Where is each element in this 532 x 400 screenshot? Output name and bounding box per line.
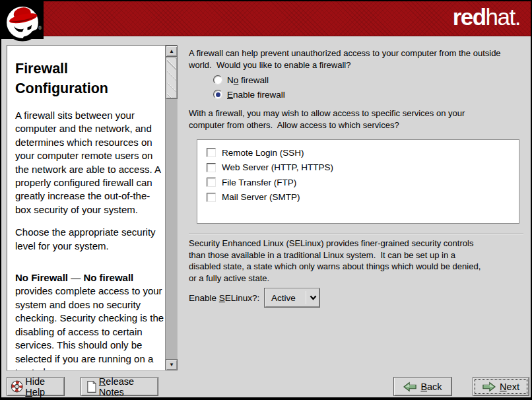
registered-trademark: ®	[38, 26, 42, 30]
selinux-dropdown[interactable]: Active	[264, 288, 320, 308]
enable-selinux-label: Enable SELinux?:	[189, 293, 259, 303]
chevron-down-icon	[306, 295, 319, 300]
checkbox-remote-login-ssh[interactable]: Remote Login (SSH)	[207, 145, 519, 160]
redhat-shadowman-icon	[3, 3, 42, 42]
help-paragraph-1: A firewall sits between your computer an…	[15, 109, 165, 217]
service-label: Remote Login (SSH)	[222, 148, 304, 158]
help-title: Firewall Configuration	[15, 59, 162, 98]
document-icon	[86, 380, 97, 393]
help-rest: provides complete access to your system …	[15, 285, 164, 370]
services-intro-text: With a firewall, you may wish to allow a…	[189, 108, 479, 131]
checkbox-web-server[interactable]: Web Server (HTTP, HTTPS)	[207, 160, 519, 176]
hide-help-button[interactable]: Hide Help	[7, 377, 65, 396]
services-list: Remote Login (SSH) Web Server (HTTP, HTT…	[197, 139, 519, 224]
installer-window: redhat. ® Firewall Configuration A firew…	[0, 0, 532, 400]
help-text: Firewall Configuration A firewall sits b…	[7, 46, 165, 370]
radio-no-firewall-label: No firewall	[227, 75, 269, 85]
scrollbar-thumb[interactable]	[166, 57, 178, 99]
arrow-up-icon: ▲	[169, 48, 174, 54]
checkbox-icon	[207, 163, 216, 172]
checkbox-file-transfer-ftp[interactable]: File Transfer (FTP)	[207, 175, 519, 190]
back-label: Back	[420, 382, 442, 392]
arrow-right-icon	[482, 382, 496, 392]
wordmark-hat: hat.	[486, 4, 520, 30]
help-scrollbar[interactable]: ▲ ▼	[165, 46, 177, 370]
checkbox-icon	[207, 178, 216, 187]
back-button[interactable]: Back	[393, 377, 452, 396]
wordmark-red: red	[453, 4, 486, 30]
checkbox-icon	[207, 148, 216, 157]
arrow-down-icon: ▼	[169, 362, 174, 368]
firewall-intro-text: A firewall can help prevent unauthorized…	[189, 48, 519, 71]
service-label: Mail Server (SMTP)	[222, 192, 300, 202]
selinux-description-text: Security Enhanced Linux (SELinux) provid…	[189, 238, 489, 284]
help-dash: —	[68, 272, 83, 283]
redhat-wordmark: redhat.	[453, 4, 520, 30]
radio-button-selected-icon	[213, 90, 222, 99]
release-notes-button[interactable]: Release Notes	[81, 377, 158, 396]
scroll-up-button[interactable]: ▲	[166, 46, 178, 57]
help-paragraph-2: Choose the appropriate security level fo…	[15, 226, 165, 253]
radio-enable-firewall-label: Enable firewall	[227, 90, 285, 100]
checkbox-icon	[207, 193, 216, 202]
help-bold-2: No firewall	[83, 272, 133, 283]
checkbox-mail-server-smtp[interactable]: Mail Server (SMTP)	[207, 190, 519, 205]
section-separator	[189, 234, 523, 235]
scroll-down-button[interactable]: ▼	[166, 359, 178, 370]
radio-button-icon	[213, 75, 222, 84]
radio-no-firewall[interactable]: No firewall	[213, 75, 269, 85]
service-label: Web Server (HTTP, HTTPS)	[222, 162, 333, 172]
help-panel: Firewall Configuration A firewall sits b…	[7, 45, 178, 371]
life-preserver-icon	[11, 380, 23, 393]
help-paragraph-3: No Firewall — No firewall provides compl…	[15, 271, 165, 370]
radio-enable-firewall[interactable]: Enable firewall	[213, 89, 285, 100]
release-notes-label: Release Notes	[99, 376, 158, 397]
service-label: File Transfer (FTP)	[222, 178, 296, 187]
help-bold-1: No Firewall	[15, 272, 68, 283]
banner: redhat.	[1, 1, 531, 36]
next-button[interactable]: Next	[473, 377, 529, 396]
redhat-logo-block	[1, 1, 44, 39]
hide-help-label: Hide Help	[25, 376, 64, 397]
next-label: Next	[500, 382, 519, 392]
arrow-left-icon	[403, 382, 416, 392]
selinux-dropdown-value: Active	[265, 293, 306, 303]
